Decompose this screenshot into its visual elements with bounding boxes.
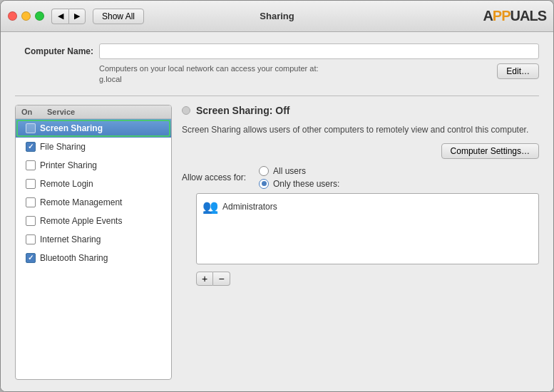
group-icon: 👥 <box>202 199 218 215</box>
window-title: Sharing <box>260 11 294 21</box>
item-label-bluetooth-sharing: Bluetooth Sharing <box>40 253 108 263</box>
access-section: Allow access for: All users Only these u… <box>182 166 539 286</box>
access-row: Allow access for: All users Only these u… <box>182 166 539 189</box>
network-info-line2: g.local <box>99 75 122 83</box>
network-info-text: Computers on your local network can acce… <box>99 63 490 86</box>
appuals-uals-text: UALS <box>511 8 546 24</box>
detail-header: Screen Sharing: Off <box>182 105 539 116</box>
nav-forward-button[interactable]: ▶ <box>68 9 86 24</box>
checkbox-wrap-printer-sharing <box>21 160 40 170</box>
checkbox-printer-sharing[interactable] <box>26 160 36 170</box>
checkbox-internet-sharing[interactable] <box>26 234 36 244</box>
users-list: 👥 Administrators <box>196 193 539 264</box>
close-button[interactable] <box>8 11 17 21</box>
item-label-internet-sharing: Internet Sharing <box>40 234 101 244</box>
checkbox-wrap-file-sharing <box>21 142 40 152</box>
edit-button[interactable]: Edit… <box>497 63 539 79</box>
access-label: Allow access for: <box>182 172 253 182</box>
network-info-line1: Computers on your local network can acce… <box>99 64 319 73</box>
list-item-printer-sharing[interactable]: Printer Sharing <box>16 156 171 175</box>
checkbox-wrap-screen-sharing <box>21 123 40 133</box>
detail-title: Screen Sharing: Off <box>196 105 289 116</box>
radio-all-users[interactable] <box>259 166 269 176</box>
appuals-pp-icon: PP <box>493 8 511 24</box>
status-dot <box>182 106 190 115</box>
item-label-screen-sharing: Screen Sharing <box>40 123 103 133</box>
list-header: On Service <box>16 105 171 119</box>
minimize-button[interactable] <box>21 11 31 21</box>
checkbox-wrap-remote-management <box>21 197 40 207</box>
services-list-panel: On Service Screen Sharing <box>15 105 172 380</box>
list-item-screen-sharing[interactable]: Screen Sharing <box>16 119 171 138</box>
detail-description: Screen Sharing allows users of other com… <box>182 123 539 136</box>
users-item-label: Administrators <box>222 202 277 212</box>
show-all-button[interactable]: Show All <box>93 9 144 24</box>
list-item-bluetooth-sharing[interactable]: Bluetooth Sharing <box>16 249 171 267</box>
checkbox-remote-apple-events[interactable] <box>26 216 36 226</box>
maximize-button[interactable] <box>35 11 44 21</box>
computer-name-input[interactable] <box>99 43 539 59</box>
checkbox-remote-management[interactable] <box>26 197 36 207</box>
radio-all-users-row[interactable]: All users <box>259 166 339 176</box>
computer-name-row: Computer Name: <box>15 43 539 59</box>
list-item-remote-login[interactable]: Remote Login <box>16 175 171 193</box>
traffic-lights <box>8 11 44 21</box>
list-items: Screen Sharing File Sharing <box>16 119 171 379</box>
sharing-window: ◀ ▶ Show All Sharing APPUALS Computer Na… <box>0 0 554 392</box>
radio-all-users-label: All users <box>273 166 306 176</box>
checkbox-remote-login[interactable] <box>26 179 36 189</box>
checkbox-wrap-internet-sharing <box>21 234 40 244</box>
nav-back-button[interactable]: ◀ <box>51 9 68 24</box>
add-user-button[interactable]: + <box>196 272 213 286</box>
list-item-remote-management[interactable]: Remote Management <box>16 193 171 212</box>
checkbox-wrap-remote-apple-events <box>21 216 40 226</box>
radio-group: All users Only these users: <box>259 166 339 189</box>
titlebar: ◀ ▶ Show All Sharing APPUALS <box>1 1 553 32</box>
checkbox-wrap-bluetooth-sharing <box>21 253 40 263</box>
list-item-file-sharing[interactable]: File Sharing <box>16 138 171 156</box>
item-label-remote-management: Remote Management <box>40 197 122 207</box>
appuals-logo: APPUALS <box>483 8 546 24</box>
users-list-item-administrators[interactable]: 👥 Administrators <box>200 197 535 217</box>
users-controls: + − <box>196 272 539 286</box>
appuals-a-icon: A <box>483 8 492 24</box>
checkbox-file-sharing[interactable] <box>26 142 36 152</box>
checkbox-bluetooth-sharing[interactable] <box>26 253 36 263</box>
nav-buttons: ◀ ▶ <box>51 9 86 24</box>
item-label-file-sharing: File Sharing <box>40 142 86 152</box>
checkbox-wrap-remote-login <box>21 179 40 189</box>
remove-user-button[interactable]: − <box>213 272 230 286</box>
item-label-remote-login: Remote Login <box>40 179 93 189</box>
network-info: Computers on your local network can acce… <box>99 63 539 86</box>
content-area: Computer Name: Computers on your local n… <box>1 32 553 391</box>
header-service: Service <box>47 108 75 116</box>
main-columns: On Service Screen Sharing <box>15 105 539 380</box>
item-label-printer-sharing: Printer Sharing <box>40 160 97 170</box>
detail-panel: Screen Sharing: Off Screen Sharing allow… <box>182 105 539 380</box>
list-item-remote-apple-events[interactable]: Remote Apple Events <box>16 212 171 230</box>
item-label-remote-apple-events: Remote Apple Events <box>40 216 122 226</box>
header-on: On <box>21 108 47 116</box>
radio-these-users-label: Only these users: <box>273 179 339 189</box>
computer-name-label: Computer Name: <box>15 46 93 56</box>
list-item-internet-sharing[interactable]: Internet Sharing <box>16 230 171 249</box>
radio-these-users[interactable] <box>259 179 269 189</box>
separator <box>15 96 539 96</box>
radio-these-users-row[interactable]: Only these users: <box>259 179 339 189</box>
checkbox-screen-sharing[interactable] <box>26 123 36 133</box>
computer-settings-button[interactable]: Computer Settings… <box>441 143 539 159</box>
